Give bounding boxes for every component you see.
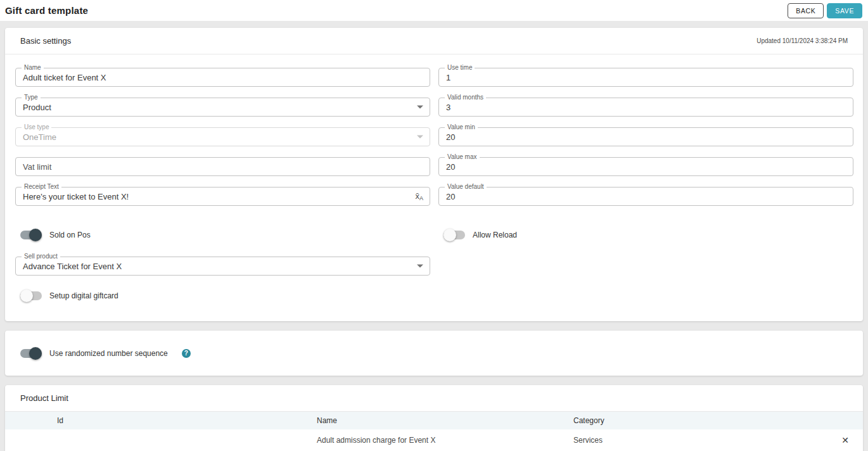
value-min-field: Value min: [438, 127, 853, 146]
chevron-down-icon: [417, 265, 423, 268]
toggles-row: Sold on Pos Allow Reload: [15, 229, 853, 241]
product-limit-header: Product Limit: [5, 385, 863, 412]
basic-settings-title: Basic settings: [20, 36, 71, 46]
vat-limit-field: [15, 157, 430, 176]
name-input[interactable]: [16, 68, 430, 86]
basic-settings-body: Name Use time Type Product Valid months …: [5, 68, 863, 302]
sell-product-select-value: Advance Ticket for Event X: [16, 257, 430, 275]
allow-reload-label: Allow Reload: [473, 231, 517, 239]
sell-product-row: Sell product Advance Ticket for Event X: [15, 257, 853, 276]
use-time-input[interactable]: [439, 68, 853, 86]
value-default-field: Value default: [438, 187, 853, 206]
setup-digital-giftcard-label: Setup digital giftcard: [49, 291, 118, 300]
receipt-text-field: Receipt Text x̄A: [15, 187, 430, 206]
basic-settings-header: Basic settings Updated 10/11/2024 3:38:2…: [5, 28, 863, 54]
type-select-label: Type: [22, 94, 41, 101]
name-field-label: Name: [22, 64, 44, 72]
setup-digital-giftcard-cell: Setup digital giftcard: [15, 289, 853, 302]
sold-on-pos-toggle[interactable]: [20, 231, 42, 239]
type-select[interactable]: Type Product: [15, 98, 430, 117]
value-min-input[interactable]: [439, 128, 853, 146]
use-type-select: Use type OneTime: [15, 127, 430, 146]
allow-reload-cell: Allow Reload: [438, 229, 853, 241]
setup-digital-giftcard-toggle[interactable]: [20, 291, 42, 300]
value-max-field: Value max: [438, 157, 853, 176]
valid-months-input[interactable]: [439, 98, 853, 116]
product-limit-card: Product Limit Id Name Category Adult adm…: [5, 385, 863, 451]
table-row: Adult admission charge for Event X Servi…: [5, 429, 863, 451]
sold-on-pos-label: Sold on Pos: [49, 231, 91, 239]
use-randomized-number-sequence-toggle[interactable]: [20, 349, 42, 358]
value-default-field-label: Value default: [445, 183, 487, 191]
topbar: Gift card template BACK SAVE: [0, 0, 868, 21]
topbar-actions: BACK SAVE: [788, 3, 862, 18]
sell-product-select[interactable]: Sell product Advance Ticket for Event X: [15, 257, 430, 276]
value-default-input[interactable]: [439, 187, 853, 205]
type-select-value: Product: [16, 98, 430, 116]
page-title: Gift card template: [5, 5, 88, 16]
column-header-name: Name: [310, 416, 567, 425]
cell-category: Services: [567, 436, 817, 445]
randomized-sequence-card: Use randomized number sequence ?: [5, 331, 863, 376]
cell-name: Adult admission charge for Event X: [310, 436, 567, 445]
use-randomized-number-sequence-label: Use randomized number sequence: [49, 349, 168, 358]
use-time-field: Use time: [438, 68, 853, 87]
vat-limit-input[interactable]: [16, 158, 430, 175]
column-header-id: Id: [15, 416, 310, 425]
sell-product-select-label: Sell product: [22, 253, 60, 260]
allow-reload-toggle[interactable]: [444, 231, 465, 239]
column-header-category: Category: [567, 416, 817, 425]
fields-grid: Name Use time Type Product Valid months …: [15, 68, 853, 206]
receipt-text-input[interactable]: [16, 187, 430, 205]
use-time-field-label: Use time: [445, 64, 475, 72]
basic-settings-card: Basic settings Updated 10/11/2024 3:38:2…: [5, 28, 863, 321]
use-type-select-label: Use type: [22, 124, 51, 131]
valid-months-field: Valid months: [438, 98, 853, 117]
valid-months-field-label: Valid months: [445, 94, 486, 101]
randomized-sequence-cell: Use randomized number sequence ?: [15, 347, 191, 360]
save-button[interactable]: SAVE: [827, 3, 862, 18]
delete-row-icon[interactable]: ✕: [841, 436, 853, 445]
help-icon[interactable]: ?: [182, 349, 191, 358]
product-limit-table-header: Id Name Category: [5, 412, 863, 429]
use-type-select-value: OneTime: [16, 128, 430, 146]
back-button[interactable]: BACK: [788, 3, 824, 18]
chevron-down-icon: [417, 136, 423, 139]
name-field: Name: [15, 68, 430, 87]
updated-timestamp: Updated 10/11/2024 3:38:24 PM: [756, 37, 848, 44]
value-min-field-label: Value min: [445, 124, 478, 131]
sold-on-pos-cell: Sold on Pos: [15, 229, 430, 241]
chevron-down-icon: [417, 106, 423, 109]
product-limit-title: Product Limit: [20, 393, 68, 403]
value-max-field-label: Value max: [445, 153, 480, 161]
translate-icon[interactable]: x̄A: [415, 192, 423, 201]
receipt-text-field-label: Receipt Text: [22, 183, 61, 191]
value-max-input[interactable]: [439, 158, 853, 175]
